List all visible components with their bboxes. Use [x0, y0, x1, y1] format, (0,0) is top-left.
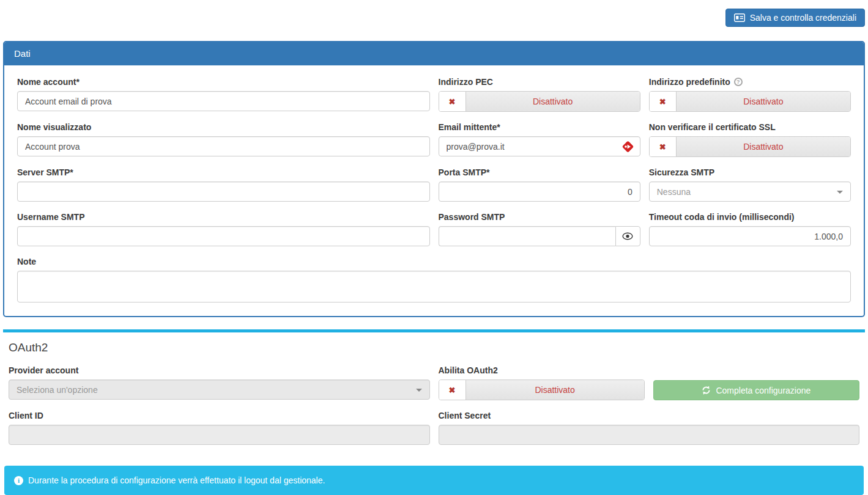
- abilita-oauth2-toggle[interactable]: ✖ Disattivato: [439, 380, 645, 400]
- indirizzo-predefinito-label-text: Indirizzo predefinito: [649, 77, 730, 87]
- password-smtp-label: Password SMTP: [439, 212, 640, 222]
- server-smtp-label: Server SMTP*: [17, 167, 430, 177]
- sicurezza-smtp-selected-value: Nessuna: [657, 187, 691, 197]
- save-and-check-credentials-button[interactable]: Salva e controlla credenziali: [725, 9, 865, 27]
- email-mittente-input[interactable]: [439, 136, 640, 156]
- indirizzo-pec-toggle[interactable]: ✖ Disattivato: [439, 91, 640, 112]
- non-verificare-ssl-group: Non verificare il certificato SSL ✖ Disa…: [645, 122, 855, 157]
- chevron-down-icon: [837, 191, 843, 194]
- info-icon: i: [14, 476, 23, 485]
- x-icon: ✖: [650, 92, 677, 111]
- show-password-button[interactable]: [615, 226, 640, 246]
- form-row: Server SMTP* Porta SMTP* Sicurezza SMTP …: [13, 167, 855, 212]
- note-textarea[interactable]: [17, 271, 851, 302]
- timeout-group: Timeout coda di invio (millisecondi): [645, 212, 855, 246]
- indirizzo-predefinito-label: Indirizzo predefinito ?: [649, 77, 851, 87]
- timeout-input[interactable]: [649, 226, 851, 246]
- non-verificare-ssl-label: Non verificare il certificato SSL: [649, 122, 851, 132]
- indirizzo-pec-label: Indirizzo PEC: [439, 77, 640, 87]
- porta-smtp-input[interactable]: [439, 182, 640, 202]
- client-id-group: Client ID: [4, 411, 434, 445]
- provider-account-select[interactable]: Seleziona un'opzione: [9, 380, 430, 400]
- x-icon: ✖: [439, 380, 466, 400]
- email-mittente-group: Email mittente*: [434, 122, 645, 157]
- x-icon: ✖: [650, 137, 677, 156]
- form-row: Provider account Seleziona un'opzione Ab…: [4, 365, 864, 411]
- email-account-config-page: Salva e controlla credenziali Dati Nome …: [0, 0, 868, 495]
- nome-visualizzato-label: Nome visualizzato: [17, 122, 430, 132]
- indirizzo-predefinito-toggle[interactable]: ✖ Disattivato: [649, 91, 851, 112]
- form-row: Client ID Client Secret: [4, 411, 864, 455]
- sicurezza-smtp-select[interactable]: Nessuna: [649, 182, 851, 202]
- username-smtp-input[interactable]: [17, 226, 430, 246]
- oauth2-section: OAuth2 Provider account Seleziona un'opz…: [0, 340, 868, 455]
- email-forward-icon[interactable]: [621, 140, 634, 153]
- non-verificare-ssl-toggle[interactable]: ✖ Disattivato: [649, 136, 851, 157]
- nome-visualizzato-input[interactable]: [17, 136, 430, 156]
- username-smtp-label: Username SMTP: [17, 212, 430, 222]
- oauth2-info-alert: i Durante la procedura di configurazione…: [4, 466, 864, 495]
- timeout-label: Timeout coda di invio (millisecondi): [649, 212, 851, 222]
- password-smtp-group: Password SMTP: [434, 212, 645, 246]
- help-question-icon[interactable]: ?: [734, 78, 743, 86]
- save-button-label: Salva e controlla credenziali: [750, 13, 856, 23]
- client-secret-input: [439, 425, 860, 445]
- top-toolbar: Salva e controlla credenziali: [0, 0, 868, 41]
- indirizzo-predefinito-group: Indirizzo predefinito ? ✖ Disattivato: [645, 77, 855, 112]
- oauth2-section-divider: [3, 329, 865, 332]
- server-smtp-input[interactable]: [17, 182, 430, 202]
- provider-account-label: Provider account: [9, 365, 430, 375]
- client-id-label: Client ID: [9, 411, 430, 420]
- email-mittente-label: Email mittente*: [439, 122, 640, 132]
- form-row: Note: [13, 257, 855, 307]
- nome-account-input[interactable]: [17, 91, 430, 111]
- completa-configurazione-label: Completa configurazione: [716, 386, 811, 395]
- note-label: Note: [17, 257, 851, 266]
- non-verificare-ssl-toggle-state: Disattivato: [677, 137, 850, 156]
- abilita-oauth2-group: Abilita OAuth2 ✖ Disattivato: [434, 365, 649, 400]
- abilita-oauth2-toggle-state: Disattivato: [466, 380, 644, 400]
- form-row: Nome account* Indirizzo PEC ✖ Disattivat…: [13, 77, 855, 122]
- provider-account-selected-value: Seleziona un'opzione: [17, 385, 98, 395]
- provider-account-group: Provider account Seleziona un'opzione: [4, 365, 434, 400]
- refresh-icon: [702, 386, 711, 395]
- dati-panel-title: Dati: [4, 42, 864, 65]
- oauth2-info-message: Durante la procedura di configurazione v…: [28, 475, 325, 485]
- indirizzo-pec-toggle-state: Disattivato: [466, 92, 640, 111]
- x-icon: ✖: [439, 92, 466, 111]
- sicurezza-smtp-label: Sicurezza SMTP: [649, 167, 851, 177]
- form-row: Username SMTP Password SMTP: [13, 212, 855, 257]
- sicurezza-smtp-group: Sicurezza SMTP Nessuna: [645, 167, 855, 202]
- client-secret-group: Client Secret: [434, 411, 864, 445]
- abilita-oauth2-label: Abilita OAuth2: [439, 365, 645, 375]
- client-secret-label: Client Secret: [439, 411, 860, 420]
- oauth2-section-title: OAuth2: [9, 340, 859, 355]
- password-smtp-input[interactable]: [439, 226, 615, 246]
- dati-panel-body: Nome account* Indirizzo PEC ✖ Disattivat…: [4, 65, 864, 316]
- chevron-down-icon: [416, 389, 422, 392]
- indirizzo-predefinito-toggle-state: Disattivato: [677, 92, 850, 111]
- form-row: Nome visualizzato Email mittente*: [13, 122, 855, 167]
- nome-visualizzato-group: Nome visualizzato: [13, 122, 434, 157]
- server-smtp-group: Server SMTP*: [13, 167, 434, 202]
- porta-smtp-group: Porta SMTP*: [434, 167, 645, 202]
- username-smtp-group: Username SMTP: [13, 212, 434, 246]
- dati-panel: Dati Nome account* Indirizzo PEC ✖ Disat…: [3, 41, 865, 317]
- eye-icon: [622, 232, 633, 240]
- note-group: Note: [13, 257, 855, 302]
- nome-account-group: Nome account*: [13, 77, 434, 112]
- address-card-icon: [734, 13, 745, 22]
- completa-configurazione-group: Completa configurazione: [649, 365, 864, 400]
- nome-account-label: Nome account*: [17, 77, 430, 87]
- completa-configurazione-button[interactable]: Completa configurazione: [653, 380, 859, 400]
- client-id-input: [9, 425, 430, 445]
- spacer: [653, 365, 859, 380]
- indirizzo-pec-group: Indirizzo PEC ✖ Disattivato: [434, 77, 645, 112]
- porta-smtp-label: Porta SMTP*: [439, 167, 640, 177]
